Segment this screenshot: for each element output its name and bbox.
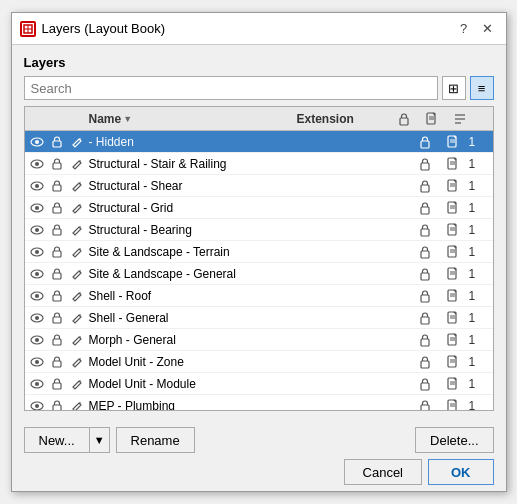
help-button[interactable]: ? [454, 19, 474, 39]
search-input[interactable] [24, 76, 438, 100]
table-row[interactable]: - Hidden 1 [25, 131, 493, 153]
pencil-icon [67, 356, 87, 368]
lock-icon [47, 245, 67, 258]
svg-point-88 [35, 382, 39, 386]
table-row[interactable]: MEP - Plumbing 1 [25, 395, 493, 410]
search-row: ⊞ ≡ [24, 76, 494, 100]
table-row[interactable]: Morph - General 1 [25, 329, 493, 351]
layer-name: Site & Landscape - Terrain [87, 245, 311, 259]
table-row[interactable]: Structural - Grid 1 [25, 197, 493, 219]
svg-point-67 [35, 316, 39, 320]
layer-count: 1 [467, 135, 491, 149]
lock2-icon [411, 333, 439, 347]
svg-rect-62 [421, 295, 429, 302]
lock2-icon [411, 355, 439, 369]
svg-point-74 [35, 338, 39, 342]
svg-rect-68 [53, 317, 61, 323]
layer-count: 1 [467, 311, 491, 325]
lock2-icon [411, 399, 439, 411]
layer-count: 1 [467, 399, 491, 411]
svg-rect-20 [421, 163, 429, 170]
svg-rect-26 [53, 185, 61, 191]
file-icon [439, 157, 467, 171]
table-row[interactable]: Model Unit - Module 1 [25, 373, 493, 395]
table-row[interactable]: Structural - Stair & Railing 1 [25, 153, 493, 175]
layers-table: Name ▼ Extension [24, 106, 494, 411]
svg-rect-19 [53, 163, 61, 169]
svg-rect-76 [421, 339, 429, 346]
delete-button[interactable]: Delete... [415, 427, 493, 453]
lock2-icon [411, 223, 439, 237]
svg-point-32 [35, 206, 39, 210]
th-name[interactable]: Name ▼ [87, 112, 295, 126]
file-icon [439, 355, 467, 369]
pencil-icon [67, 334, 87, 346]
new-button[interactable]: New... [24, 427, 90, 453]
svg-rect-54 [53, 273, 61, 279]
file-icon [439, 267, 467, 281]
eye-icon [27, 181, 47, 191]
dialog-footer: New... ▼ Rename Delete... Cancel OK [12, 421, 506, 491]
layer-count: 1 [467, 377, 491, 391]
lock-icon [47, 201, 67, 214]
table-row[interactable]: Model Unit - Zone 1 [25, 351, 493, 373]
lock-icon [47, 311, 67, 324]
layer-name: Shell - Roof [87, 289, 311, 303]
table-row[interactable]: Shell - Roof 1 [25, 285, 493, 307]
svg-point-60 [35, 294, 39, 298]
lock-icon [47, 179, 67, 192]
table-row[interactable]: Structural - Bearing 1 [25, 219, 493, 241]
table-header: Name ▼ Extension [25, 107, 493, 131]
eye-icon [27, 379, 47, 389]
lock-icon [47, 157, 67, 170]
list-view-button[interactable]: ≡ [470, 76, 494, 100]
th-num [451, 112, 475, 126]
layer-count: 1 [467, 201, 491, 215]
svg-rect-48 [421, 251, 429, 258]
eye-icon [27, 291, 47, 301]
svg-rect-89 [53, 383, 61, 389]
lock2-icon [411, 377, 439, 391]
svg-rect-12 [53, 141, 61, 147]
layer-name: Model Unit - Module [87, 377, 311, 391]
ok-button[interactable]: OK [428, 459, 494, 485]
svg-rect-13 [421, 141, 429, 148]
eye-icon [27, 401, 47, 411]
table-row[interactable]: Site & Landscape - General 1 [25, 263, 493, 285]
layer-count: 1 [467, 333, 491, 347]
svg-point-18 [35, 162, 39, 166]
svg-point-53 [35, 272, 39, 276]
lock2-icon [411, 157, 439, 171]
svg-rect-33 [53, 207, 61, 213]
svg-point-25 [35, 184, 39, 188]
layer-name: Model Unit - Zone [87, 355, 311, 369]
svg-point-11 [35, 140, 39, 144]
lock-icon [47, 289, 67, 302]
layer-name: Structural - Grid [87, 201, 311, 215]
cancel-button[interactable]: Cancel [344, 459, 422, 485]
layer-name: Site & Landscape - General [87, 267, 311, 281]
layer-name: Structural - Shear [87, 179, 311, 193]
rename-button[interactable]: Rename [116, 427, 195, 453]
grid-view-button[interactable]: ⊞ [442, 76, 466, 100]
pencil-icon [67, 400, 87, 411]
lock2-icon [411, 245, 439, 259]
new-dropdown-button[interactable]: ▼ [90, 427, 110, 453]
svg-rect-47 [53, 251, 61, 257]
footer-bottom: Cancel OK [24, 459, 494, 485]
layer-count: 1 [467, 245, 491, 259]
svg-rect-27 [421, 185, 429, 192]
table-row[interactable]: Site & Landscape - Terrain 1 [25, 241, 493, 263]
file-icon [439, 245, 467, 259]
svg-point-95 [35, 404, 39, 408]
table-row[interactable]: Shell - General 1 [25, 307, 493, 329]
layer-name: Structural - Bearing [87, 223, 311, 237]
layer-name: Structural - Stair & Railing [87, 157, 311, 171]
layer-name: Morph - General [87, 333, 311, 347]
table-row[interactable]: Structural - Shear 1 [25, 175, 493, 197]
th-extension: Extension [295, 112, 395, 126]
footer-top: New... ▼ Rename Delete... [24, 427, 494, 453]
layer-count: 1 [467, 157, 491, 171]
layer-name: - Hidden [87, 135, 311, 149]
close-button[interactable]: ✕ [478, 19, 498, 39]
